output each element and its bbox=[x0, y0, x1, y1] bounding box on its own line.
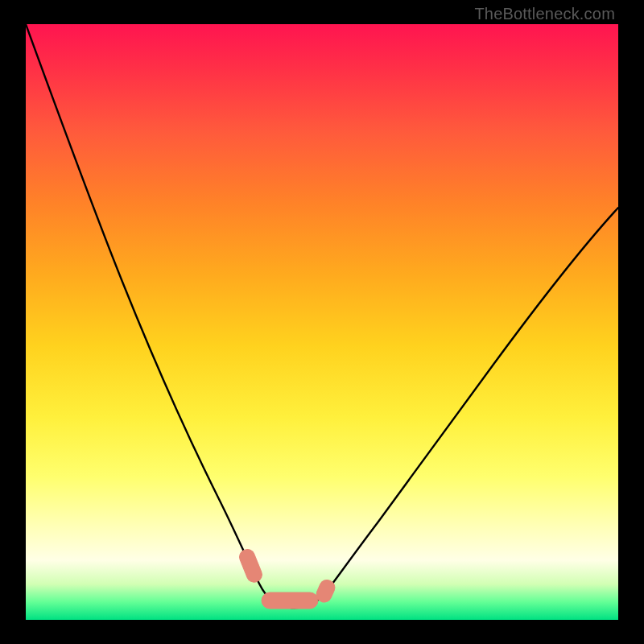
bottleneck-curve bbox=[26, 24, 618, 608]
watermark-text: TheBottleneck.com bbox=[474, 5, 615, 23]
chart-frame: TheBottleneck.com bbox=[0, 0, 644, 644]
chart-plot-area bbox=[26, 24, 618, 620]
marker-bottom bbox=[262, 592, 318, 609]
marker-left bbox=[237, 547, 264, 584]
curve-markers bbox=[237, 547, 337, 609]
chart-svg bbox=[26, 24, 618, 620]
